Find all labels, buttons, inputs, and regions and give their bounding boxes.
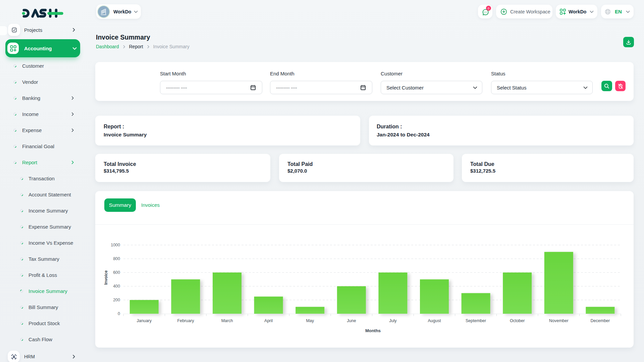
svg-text:November: November xyxy=(549,318,569,323)
svg-text:0: 0 xyxy=(118,311,120,316)
svg-text:Months: Months xyxy=(365,328,381,333)
svg-text:December: December xyxy=(591,318,610,323)
svg-text:June: June xyxy=(347,318,356,323)
svg-text:February: February xyxy=(177,318,194,323)
svg-text:October: October xyxy=(510,318,525,323)
svg-text:January: January xyxy=(137,318,152,323)
svg-text:August: August xyxy=(428,318,441,323)
svg-text:400: 400 xyxy=(113,284,120,289)
svg-text:Invoice: Invoice xyxy=(104,270,108,285)
svg-text:July: July xyxy=(389,318,397,323)
svg-text:May: May xyxy=(306,318,314,323)
svg-text:April: April xyxy=(264,318,273,323)
svg-text:200: 200 xyxy=(113,298,120,302)
svg-text:September: September xyxy=(466,318,486,323)
svg-text:600: 600 xyxy=(113,270,120,275)
svg-text:800: 800 xyxy=(113,256,120,261)
svg-text:1000: 1000 xyxy=(111,243,120,247)
svg-text:March: March xyxy=(221,318,233,323)
